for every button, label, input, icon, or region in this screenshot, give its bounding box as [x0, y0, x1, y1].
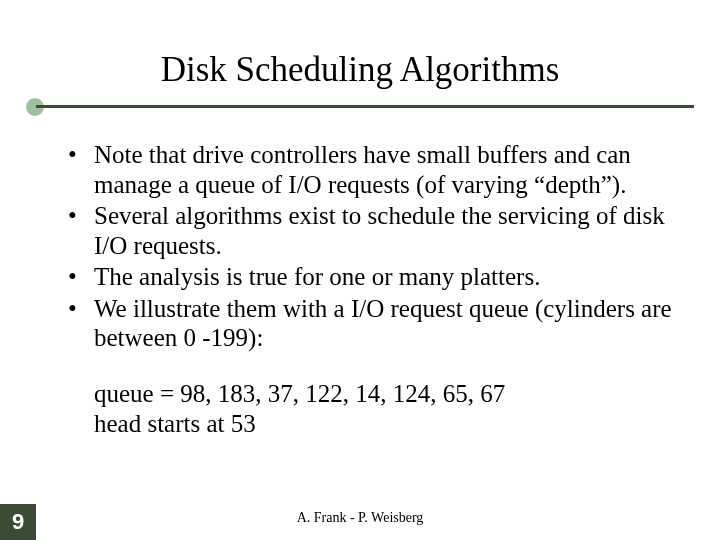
list-item: Note that drive controllers have small b… — [60, 140, 680, 199]
footer-author: A. Frank - P. Weisberg — [0, 510, 720, 526]
list-item: The analysis is true for one or many pla… — [60, 262, 680, 292]
underline-bar — [36, 105, 694, 108]
list-item: Several algorithms exist to schedule the… — [60, 201, 680, 260]
title-region: Disk Scheduling Algorithms — [26, 0, 694, 122]
slide-number: 9 — [0, 504, 36, 540]
list-item: We illustrate them with a I/O request qu… — [60, 294, 680, 353]
content-area: Note that drive controllers have small b… — [60, 140, 680, 440]
example-block: queue = 98, 183, 37, 122, 14, 124, 65, 6… — [60, 379, 680, 440]
slide-title: Disk Scheduling Algorithms — [26, 50, 694, 96]
title-underline — [26, 98, 694, 116]
queue-line: queue = 98, 183, 37, 122, 14, 124, 65, 6… — [94, 379, 680, 410]
head-line: head starts at 53 — [94, 409, 680, 440]
bullet-list: Note that drive controllers have small b… — [60, 140, 680, 353]
